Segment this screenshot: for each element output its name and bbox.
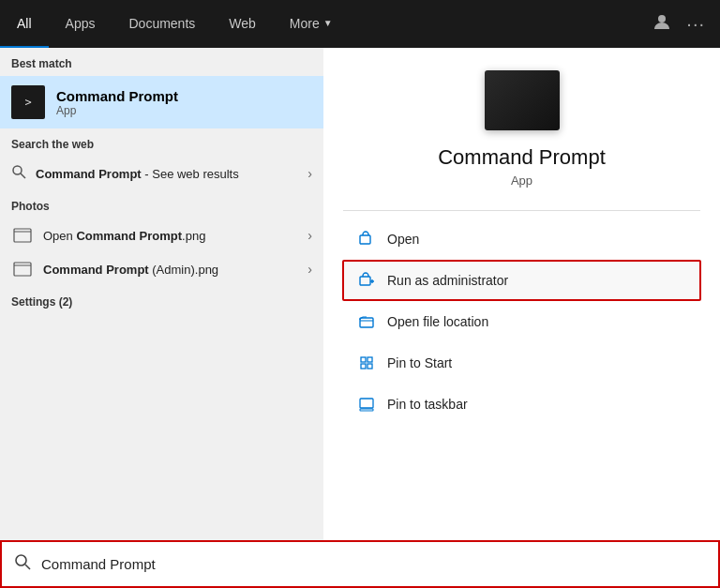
- tab-all[interactable]: All: [0, 0, 49, 48]
- svg-rect-8: [360, 277, 370, 285]
- app-preview-sub: App: [511, 173, 532, 188]
- pin-taskbar-icon: [357, 395, 376, 414]
- photo-text-1: Open Command Prompt.png: [43, 229, 205, 243]
- chevron-down-icon: ▼: [323, 18, 333, 28]
- nav-right-icons: ···: [652, 0, 720, 48]
- svg-rect-15: [360, 409, 373, 411]
- svg-line-2: [21, 173, 25, 178]
- web-search-item[interactable]: Command Prompt - See web results ›: [0, 157, 323, 190]
- main-area: Best match Command Prompt App Search the…: [0, 48, 720, 540]
- app-icon-preview: [485, 70, 560, 130]
- action-pin-taskbar-label: Pin to taskbar: [387, 397, 468, 412]
- action-list: Open Run as administrator: [323, 219, 720, 425]
- best-match-label: Best match: [0, 48, 323, 76]
- photo-item-1[interactable]: Open Command Prompt.png ›: [0, 219, 323, 252]
- nav-tabs: All Apps Documents Web More ▼: [0, 0, 350, 48]
- best-match-text: Command Prompt App: [56, 88, 178, 117]
- ellipsis-icon[interactable]: ···: [686, 13, 705, 35]
- web-search-text: Command Prompt - See web results: [36, 167, 239, 181]
- settings-label: Settings (2): [0, 286, 323, 314]
- svg-rect-14: [360, 399, 373, 408]
- tab-documents[interactable]: Documents: [112, 0, 212, 48]
- action-pin-taskbar[interactable]: Pin to taskbar: [342, 384, 701, 425]
- svg-line-17: [25, 565, 30, 569]
- chevron-right-icon: ›: [308, 166, 312, 181]
- search-magnifier-icon: [13, 552, 32, 576]
- best-match-item[interactable]: Command Prompt App: [0, 76, 323, 128]
- svg-point-1: [13, 166, 22, 174]
- svg-rect-5: [14, 263, 31, 276]
- chevron-right-icon-3: ›: [308, 262, 312, 277]
- top-navigation: All Apps Documents Web More ▼ ···: [0, 0, 720, 48]
- action-pin-start[interactable]: Pin to Start: [342, 342, 701, 384]
- action-run-as-admin-label: Run as administrator: [387, 273, 508, 288]
- search-bar: Command Prompt: [0, 540, 720, 588]
- photo-text-2: Command Prompt (Admin).png: [43, 263, 218, 277]
- right-panel: Command Prompt App Open: [323, 48, 720, 540]
- svg-rect-3: [14, 229, 31, 242]
- person-icon[interactable]: [652, 12, 671, 36]
- web-section-label: Search the web: [0, 128, 323, 157]
- svg-rect-9: [360, 318, 373, 327]
- pin-start-icon: [357, 354, 376, 372]
- svg-rect-10: [361, 357, 366, 362]
- best-match-title: Command Prompt: [56, 88, 178, 104]
- svg-rect-7: [360, 235, 370, 244]
- action-open[interactable]: Open: [342, 219, 701, 260]
- action-open-file-location[interactable]: Open file location: [342, 301, 701, 342]
- action-file-location-label: Open file location: [387, 314, 488, 329]
- svg-point-0: [658, 15, 666, 23]
- action-open-label: Open: [387, 232, 419, 247]
- file-location-icon: [357, 312, 376, 331]
- chevron-right-icon-2: ›: [308, 228, 312, 243]
- tab-apps[interactable]: Apps: [49, 0, 112, 48]
- photo-item-2[interactable]: Command Prompt (Admin).png ›: [0, 252, 323, 286]
- left-panel: Best match Command Prompt App Search the…: [0, 48, 323, 540]
- command-prompt-icon: [11, 85, 45, 119]
- image-icon-2: [11, 260, 34, 279]
- open-icon: [357, 230, 376, 249]
- photos-label: Photos: [0, 190, 323, 219]
- action-run-as-admin[interactable]: Run as administrator: [342, 260, 701, 301]
- svg-rect-13: [368, 364, 372, 369]
- admin-icon: [357, 271, 376, 290]
- svg-rect-12: [361, 364, 366, 369]
- divider: [343, 210, 700, 211]
- action-pin-start-label: Pin to Start: [387, 355, 452, 370]
- svg-point-16: [16, 555, 26, 565]
- svg-rect-11: [368, 357, 372, 362]
- tab-more[interactable]: More ▼: [273, 0, 350, 48]
- search-input-value[interactable]: Command Prompt: [41, 556, 156, 572]
- best-match-sub: App: [56, 104, 178, 117]
- image-icon: [11, 226, 34, 245]
- search-icon: [11, 164, 26, 183]
- app-preview-title: Command Prompt: [438, 145, 606, 170]
- tab-web[interactable]: Web: [212, 0, 273, 48]
